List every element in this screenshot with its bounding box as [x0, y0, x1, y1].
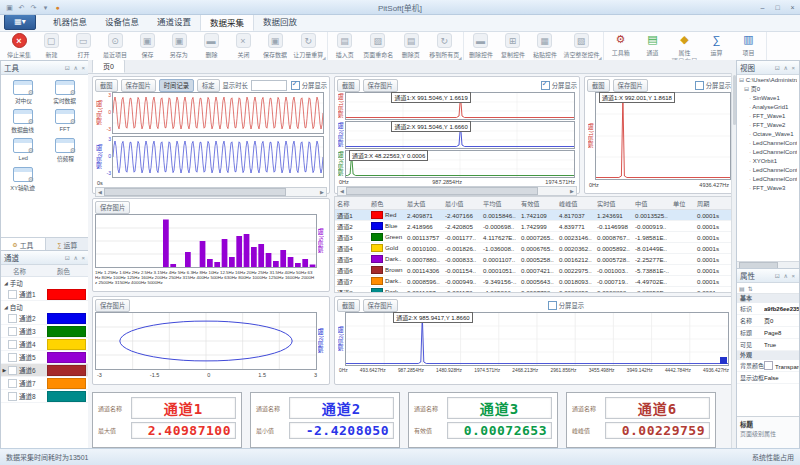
table-row[interactable]: 通道1Red2.409871-2.4071660.0015846..1.7421…: [335, 210, 733, 221]
panel-buttons[interactable]: ⊡ ∧ ×: [65, 254, 86, 261]
chart-button-时间记录[interactable]: 时间记录: [159, 79, 194, 92]
split-view-checkbox[interactable]: [291, 81, 300, 90]
ribbon-tab-数据采集[interactable]: 数据采集: [200, 13, 254, 31]
chart-button-截图[interactable]: 截图: [337, 299, 360, 312]
table-column-header[interactable]: 最大值: [405, 199, 443, 208]
ribbon-button[interactable]: ▤插入页: [329, 32, 361, 59]
channel-group-手动[interactable]: ◢手动: [1, 277, 89, 288]
channel-row-通道7[interactable]: 通道7: [1, 377, 89, 390]
channel-row-通道1[interactable]: 通道1: [1, 288, 89, 301]
tree-item-FFT_Wave1[interactable]: · FFT_Wave1: [739, 112, 797, 121]
table-column-header[interactable]: 有效值: [519, 199, 557, 208]
property-row-标识[interactable]: 标识a9fb26ee23564b: [737, 303, 799, 315]
ribbon-button[interactable]: ▢新建: [35, 32, 67, 59]
chart-button-截图[interactable]: 截图: [337, 79, 360, 92]
channel-checkbox[interactable]: [8, 353, 17, 362]
tree-item-FFT_Wave3[interactable]: · FFT_Wave3: [739, 184, 797, 193]
chart-button-标定[interactable]: 标定: [197, 79, 220, 92]
toolbox-item-Led[interactable]: Led: [2, 138, 44, 163]
chart-button-保存图片[interactable]: 保存图片: [363, 79, 398, 92]
split-view-checkbox[interactable]: [548, 301, 557, 310]
channel-row-通道5[interactable]: 通道5: [1, 351, 89, 364]
ribbon-button[interactable]: ×停止采集: [3, 32, 35, 59]
table-column-header[interactable]: 单位: [671, 199, 695, 208]
toolbox-item-倍频程[interactable]: 倍频程: [44, 138, 86, 163]
collapse-arrow-icon[interactable]: ◢: [4, 304, 8, 310]
channel-row-通道3[interactable]: 通道3: [1, 325, 89, 338]
tree-item-SinWave1[interactable]: · SinWave1: [739, 94, 797, 103]
channel-row-通道6[interactable]: ▶通道6: [1, 364, 89, 377]
app-menu-button[interactable]: ▦▾: [4, 14, 36, 30]
property-row-标题[interactable]: 标题Page8: [737, 327, 799, 339]
ribbon-button[interactable]: ▬删除控件: [465, 32, 497, 59]
chart-button-保存图片[interactable]: 保存图片: [121, 79, 156, 92]
ribbon-button[interactable]: ⊞复制控件: [497, 32, 529, 59]
tree-item-AnalyseGrid1[interactable]: · AnalyseGrid1: [739, 103, 797, 112]
chart-hscrollbar[interactable]: ◀▶: [337, 186, 577, 196]
chart-button-截图[interactable]: 截图: [95, 79, 118, 92]
close-button[interactable]: ×: [785, 2, 800, 13]
property-value[interactable]: Transparent: [764, 361, 799, 370]
maximize-button[interactable]: □: [770, 2, 785, 13]
sort-icon[interactable]: ⇅: [748, 285, 753, 292]
ribbon-button[interactable]: ⚙工具箱: [605, 32, 637, 57]
channel-checkbox[interactable]: [8, 340, 17, 349]
tree-item-XYOrbit1[interactable]: · XYOrbit1: [739, 157, 797, 166]
table-row[interactable]: 通道5Dark..0.0007880..-0.000833..0.0001107…: [335, 254, 733, 265]
categorize-icon[interactable]: ▤: [739, 285, 745, 292]
property-value[interactable]: True: [764, 342, 799, 348]
chart-button-截图[interactable]: 截图: [587, 79, 610, 92]
channel-checkbox[interactable]: [8, 290, 17, 299]
ribbon-button[interactable]: ▤通道: [637, 32, 669, 57]
table-row[interactable]: 通道8Dark..0.0011657..-0.001173..-4.065266…: [335, 287, 733, 293]
table-column-header[interactable]: 中值: [633, 199, 671, 208]
ribbon-button[interactable]: ▣保存: [131, 32, 163, 59]
toolbox-item-对中仪[interactable]: 对中仪: [2, 80, 44, 105]
panel-buttons[interactable]: ⊡ ∧ ×: [775, 64, 796, 71]
tree-root[interactable]: ⊟ C:\Users\Administrator\Des: [739, 76, 797, 85]
panel-buttons[interactable]: ⊡ ∧ ×: [65, 64, 86, 71]
property-row-名称[interactable]: 名称页0: [737, 315, 799, 327]
property-value[interactable]: False: [764, 375, 799, 381]
ribbon-button[interactable]: ⊙最近项目: [99, 32, 131, 59]
ribbon-button[interactable]: ↻移到所有页: [427, 32, 462, 59]
property-value[interactable]: Page8: [764, 330, 799, 336]
toolbox-item-FFT[interactable]: FFT: [44, 109, 86, 134]
ribbon-button[interactable]: ▬删除: [195, 32, 227, 59]
table-column-header[interactable]: 名称: [335, 199, 369, 208]
split-view-checkbox[interactable]: [695, 81, 704, 90]
tree-page-node[interactable]: ⊟ 页0: [739, 85, 797, 94]
collapse-arrow-icon[interactable]: ◢: [4, 280, 8, 286]
channel-row-通道8[interactable]: 通道8: [1, 390, 89, 403]
tree-item-Octave_Wave1[interactable]: · Octave_Wave1: [739, 130, 797, 139]
ribbon-tab-机器信息[interactable]: 机器信息: [44, 13, 96, 31]
property-row-可见[interactable]: 可见True: [737, 339, 799, 351]
chart-button-保存图片[interactable]: 保存图片: [613, 79, 648, 92]
channel-group-自动[interactable]: ◢自动: [1, 301, 89, 312]
table-row[interactable]: 通道2Blue2.418966-2.420805-0.000698..1.742…: [335, 221, 733, 232]
save-quick-icon[interactable]: ▾: [41, 3, 50, 12]
property-value[interactable]: a9fb26ee23564b: [764, 306, 799, 312]
table-row[interactable]: 通道3Green0.00113757-0.001177..4.117627E..…: [335, 232, 733, 243]
ribbon-button[interactable]: ×关闭: [227, 32, 259, 59]
ribbon-button[interactable]: ▨页面重命名: [361, 32, 396, 59]
table-column-header[interactable]: 实时值: [595, 199, 633, 208]
tree-item-LedChannelControl1[interactable]: · LedChannelControl1: [739, 139, 797, 148]
ribbon-tab-数据回放[interactable]: 数据回放: [254, 13, 306, 31]
minimize-button[interactable]: –: [755, 2, 770, 13]
table-column-header[interactable]: 周期: [695, 199, 733, 208]
table-row[interactable]: 通道4Gold0.0010100..-0.001826..-1.036008..…: [335, 243, 733, 254]
ribbon-button[interactable]: ▣保存数据: [259, 32, 291, 59]
channel-checkbox[interactable]: [8, 327, 17, 336]
ribbon-button[interactable]: ◆属性: [669, 32, 701, 57]
chart-button-保存图片[interactable]: 保存图片: [95, 299, 130, 312]
chart-button-保存图片[interactable]: 保存图片: [95, 201, 130, 214]
channel-checkbox[interactable]: [8, 379, 17, 388]
tree-item-FFT_Wave2[interactable]: · FFT_Wave2: [739, 121, 797, 130]
channel-checkbox[interactable]: [8, 314, 17, 323]
table-column-header[interactable]: 最小值: [443, 199, 481, 208]
tree-item-LedChannelControl2[interactable]: · LedChannelControl2: [739, 148, 797, 157]
ribbon-button[interactable]: ▣另存为: [163, 32, 195, 59]
ribbon-button[interactable]: ↻让刀量重算: [291, 32, 326, 59]
orbit-plot[interactable]: [95, 312, 317, 370]
